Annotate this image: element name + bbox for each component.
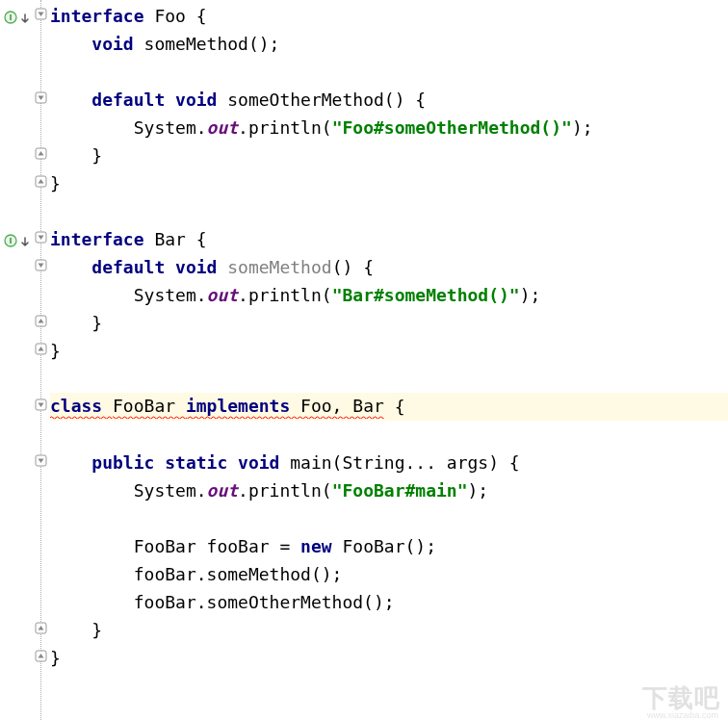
gutter-row: I (0, 223, 50, 251)
gutter-row (0, 530, 50, 558)
code-line[interactable]: FooBar fooBar = new FooBar(); (50, 532, 728, 560)
code-token: fooBar.someOtherMethod(); (134, 592, 395, 612)
gutter-row (0, 140, 50, 167)
svg-text:I: I (10, 236, 13, 245)
gutter-row (0, 112, 50, 140)
fold-collapse-icon[interactable] (35, 259, 47, 271)
indent (50, 620, 91, 640)
interface-marker-icon[interactable]: I (4, 231, 17, 244)
code-token: ); (520, 285, 541, 305)
code-line[interactable]: fooBar.someOtherMethod(); (50, 588, 728, 616)
code-line[interactable]: System.out.println("Foo#someOtherMethod(… (50, 114, 728, 141)
indent (50, 90, 91, 110)
gutter: II (0, 0, 50, 720)
code-token: Bar { (154, 229, 206, 249)
code-line[interactable]: } (50, 169, 728, 197)
gutter-row (0, 251, 50, 279)
code-token: ); (468, 480, 489, 501)
code-line[interactable]: } (50, 337, 728, 365)
implemented-by-arrow-icon[interactable] (19, 9, 31, 20)
gutter-row (0, 307, 50, 335)
code-token: out (207, 285, 239, 305)
code-line[interactable] (50, 421, 728, 449)
code-token: main(String... args) { (290, 452, 519, 473)
fold-expand-icon[interactable] (35, 315, 47, 327)
code-token: new (300, 536, 342, 556)
code-line[interactable]: } (50, 309, 728, 337)
code-token: ); (572, 117, 593, 138)
code-line[interactable]: } (50, 616, 728, 644)
gutter-row (0, 28, 50, 56)
indent (50, 536, 134, 556)
code-token: void (91, 34, 143, 54)
code-line[interactable]: interface Foo { (50, 2, 728, 30)
code-token: FooBar (113, 396, 186, 419)
code-token: "FooBar#main" (332, 480, 468, 501)
code-line[interactable] (50, 197, 728, 225)
code-token: } (50, 173, 61, 193)
gutter-row (0, 475, 50, 502)
implemented-by-arrow-icon[interactable] (19, 232, 31, 244)
code-line[interactable]: default void someOtherMethod() { (50, 86, 728, 114)
code-line[interactable]: void someMethod(); (50, 30, 728, 58)
indent (50, 480, 134, 501)
code-token: interface (50, 6, 154, 26)
code-line[interactable] (50, 365, 728, 393)
code-line[interactable]: fooBar.someMethod(); (50, 560, 728, 588)
code-token: someMethod (227, 257, 331, 277)
indent (50, 564, 134, 584)
fold-expand-icon[interactable] (35, 343, 47, 355)
fold-expand-icon[interactable] (35, 650, 47, 662)
fold-collapse-icon[interactable] (35, 8, 47, 20)
code-token: implements (186, 396, 300, 419)
code-token: Foo, Bar (300, 396, 384, 419)
code-line[interactable]: System.out.println("FooBar#main"); (50, 476, 728, 504)
code-token: default void (91, 90, 227, 110)
code-line[interactable] (50, 504, 728, 532)
indent (50, 285, 134, 305)
code-token: fooBar.someMethod(); (134, 564, 343, 584)
code-line[interactable] (50, 58, 728, 86)
fold-expand-icon[interactable] (35, 622, 47, 634)
fold-collapse-icon[interactable] (35, 399, 47, 411)
code-token: class (50, 396, 113, 419)
code-line[interactable]: public static void main(String... args) … (50, 449, 728, 476)
gutter-row (0, 391, 50, 419)
interface-marker-icon[interactable]: I (4, 8, 17, 21)
gutter-row (0, 335, 50, 363)
code-token: FooBar(); (342, 536, 436, 556)
code-token: () { (332, 257, 374, 277)
code-token: } (91, 313, 102, 333)
code-line[interactable]: } (50, 141, 728, 169)
code-editor[interactable]: II interface Foo { void someMethod(); de… (0, 0, 728, 720)
fold-collapse-icon[interactable] (35, 91, 47, 104)
code-token: } (50, 648, 61, 668)
gutter-row: I (0, 0, 50, 28)
gutter-row (0, 56, 50, 84)
svg-text:I: I (10, 13, 13, 22)
code-token: out (207, 480, 239, 501)
code-token: "Foo#someOtherMethod()" (332, 117, 572, 138)
fold-expand-icon[interactable] (35, 175, 47, 188)
code-line[interactable]: System.out.println("Bar#someMethod()"); (50, 281, 728, 309)
code-token: { (384, 397, 405, 417)
fold-collapse-icon[interactable] (35, 454, 47, 467)
gutter-row (0, 195, 50, 223)
code-token: someMethod(); (144, 34, 280, 54)
gutter-row (0, 84, 50, 112)
code-token: System. (134, 480, 207, 501)
code-area[interactable]: interface Foo { void someMethod(); defau… (50, 0, 728, 720)
code-token: System. (134, 285, 207, 305)
indent (50, 34, 91, 54)
gutter-row (0, 586, 50, 614)
fold-collapse-icon[interactable] (35, 231, 47, 244)
gutter-row (0, 502, 50, 530)
fold-expand-icon[interactable] (35, 147, 47, 160)
code-line[interactable]: default void someMethod() { (50, 253, 728, 281)
code-line[interactable]: interface Bar { (50, 225, 728, 253)
code-line[interactable]: } (50, 644, 728, 672)
code-token: } (50, 341, 61, 361)
code-token: Foo { (154, 6, 206, 26)
code-token: } (91, 620, 102, 640)
code-line[interactable]: class FooBar implements Foo, Bar { (50, 393, 728, 421)
